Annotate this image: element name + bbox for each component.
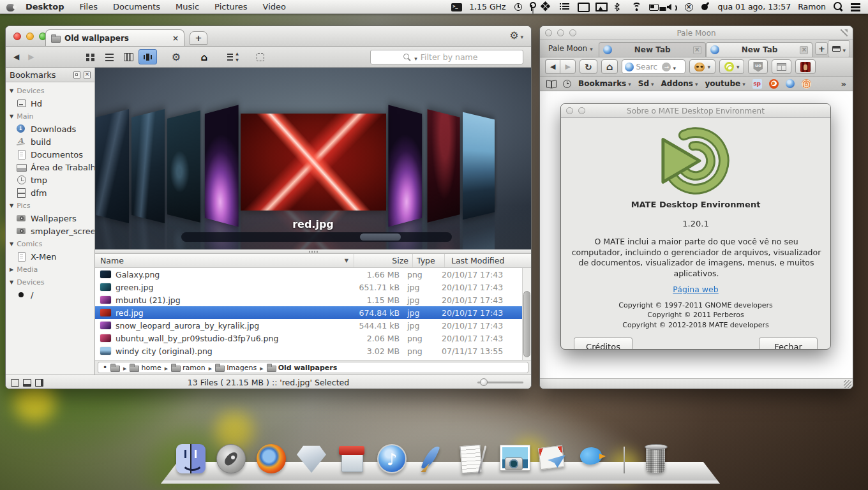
file-row-snow-leopard-aurora-by-kyralik-jpg[interactable]: snow_leopard_aurora_by_kyralik.jpg544.41… xyxy=(95,319,522,332)
chevron-down-icon[interactable] xyxy=(673,61,676,73)
sidebar-group-devices[interactable]: ▼Devices xyxy=(6,276,94,288)
column-header-size[interactable]: Size xyxy=(354,254,412,267)
sidebar-item-documentos[interactable]: Documentos xyxy=(6,148,94,161)
terminal-icon[interactable] xyxy=(451,3,462,11)
minimize-window-button[interactable] xyxy=(26,33,34,40)
close-window-button[interactable] xyxy=(13,33,21,40)
bookmark-menu-bookmarks[interactable]: Bookmarks xyxy=(578,79,631,88)
close-button[interactable]: Fechar xyxy=(759,338,818,350)
sidebar-detach-icon[interactable] xyxy=(73,71,80,78)
coverflow-view[interactable]: red.jpg xyxy=(95,68,531,249)
breadcrumb-item-imagens[interactable]: Imagens xyxy=(215,364,257,372)
resize-grip-icon[interactable] xyxy=(844,380,851,388)
sidebar-group-media[interactable]: ▶Media xyxy=(6,263,94,276)
dock-icon-mail[interactable] xyxy=(538,444,567,473)
sidebar-close-icon[interactable] xyxy=(84,71,91,78)
sidebar-item-build[interactable]: build xyxy=(6,135,94,148)
sort-button[interactable] xyxy=(223,49,241,64)
wifi-icon[interactable] xyxy=(631,2,642,11)
tab-close-icon[interactable] xyxy=(693,46,701,54)
close-circle-icon[interactable] xyxy=(685,3,693,11)
file-row-galaxy-png[interactable]: Galaxy.png1.66 MBpng20/10/17 17:43 xyxy=(95,268,522,281)
curtain-addon-button[interactable] xyxy=(795,59,816,74)
table-addon-button[interactable] xyxy=(772,59,791,74)
column-view-button[interactable] xyxy=(119,49,138,64)
file-row-green-jpg[interactable]: green.jpg651.71 kBjpg20/10/17 17:43 xyxy=(95,281,522,293)
column-header-name[interactable]: Name▼ xyxy=(95,254,354,267)
coverflow-view-button[interactable] xyxy=(138,49,157,64)
search-bar[interactable]: → xyxy=(622,59,685,74)
dock-icon-launchpad[interactable] xyxy=(216,444,246,473)
dock-icon-photos[interactable] xyxy=(498,444,527,473)
menu-video[interactable]: Video xyxy=(263,2,286,11)
key-icon[interactable] xyxy=(529,2,535,11)
sidebar-item-x-men[interactable]: X-Men xyxy=(6,250,94,263)
bluetooth-icon[interactable] xyxy=(613,2,624,11)
reload-button[interactable] xyxy=(580,59,597,74)
website-link[interactable]: Página web xyxy=(673,285,718,294)
dropbox-icon[interactable] xyxy=(542,2,553,11)
screen-icon[interactable] xyxy=(578,2,588,11)
sidebar-item-rea-de-trabalho[interactable]: Área de Trabalho xyxy=(6,161,94,174)
clipboard-button[interactable] xyxy=(251,49,269,64)
ublock-button[interactable]: uo xyxy=(748,59,768,74)
file-row-windy-city-original-png[interactable]: windy city (original).png3.02 MBpng07/11… xyxy=(95,345,522,357)
menu-icon[interactable] xyxy=(851,2,862,11)
sidebar-item-root[interactable]: / xyxy=(6,288,94,301)
toggle-sidebar-icon[interactable] xyxy=(11,379,19,387)
dock-icon-gem[interactable] xyxy=(297,444,326,473)
dock-icon-trash[interactable] xyxy=(641,444,670,473)
dock-icon-notes[interactable] xyxy=(458,444,487,473)
toggle-right-panel-icon[interactable] xyxy=(35,379,43,387)
dock-icon-firefox[interactable] xyxy=(257,444,286,473)
search-icon[interactable] xyxy=(833,2,844,11)
filter-input[interactable] xyxy=(421,52,491,62)
pm-titlebar[interactable]: Pale Moon xyxy=(540,26,853,40)
coverflow-scrollbar-thumb[interactable] xyxy=(360,234,401,241)
column-header-modified[interactable]: Last Modified xyxy=(444,254,531,267)
dock-icon-itunes[interactable] xyxy=(377,444,407,473)
coverflow-cover[interactable] xyxy=(96,109,129,223)
coverflow-cover[interactable] xyxy=(205,105,239,226)
foxyproxy-button[interactable] xyxy=(689,59,715,74)
home-button[interactable] xyxy=(601,59,618,74)
forward-button[interactable]: ▶ xyxy=(28,52,34,61)
locator-icon[interactable] xyxy=(700,2,711,11)
breadcrumb-item-home[interactable]: home xyxy=(130,364,161,372)
target-addon-button[interactable] xyxy=(719,59,745,74)
tab-close-icon[interactable] xyxy=(172,34,179,42)
history-clock-icon[interactable] xyxy=(563,80,571,88)
pane-resize-handle[interactable] xyxy=(95,249,531,254)
dialog-titlebar[interactable]: Sobre o MATE Desktop Environment xyxy=(561,104,830,118)
toggle-bottom-panel-icon[interactable] xyxy=(23,379,31,387)
fm-tab-old-wallpapers[interactable]: Old wallpapers xyxy=(45,29,184,46)
dock-icon-finder[interactable] xyxy=(176,444,206,473)
menu-music[interactable]: Music xyxy=(176,2,199,11)
sidebar-item-tmp[interactable]: tmp xyxy=(6,174,94,186)
list-all-tabs-button[interactable] xyxy=(828,40,850,57)
volume-icon[interactable] xyxy=(667,2,678,11)
coverflow-cover[interactable] xyxy=(428,109,460,223)
overflow-chevron-icon[interactable] xyxy=(841,79,846,89)
battery-icon[interactable] xyxy=(649,2,660,11)
bookmark-menu-youtube[interactable]: youtube xyxy=(705,79,745,88)
apple-menu-icon[interactable] xyxy=(6,2,15,12)
fm-titlebar[interactable]: Old wallpapers xyxy=(6,26,531,47)
tasks-icon[interactable] xyxy=(560,2,571,11)
menu-pictures[interactable]: Pictures xyxy=(214,2,247,11)
menu-desktop[interactable]: Desktop xyxy=(26,2,64,11)
sidebar-item-dfm[interactable]: dfm xyxy=(6,186,94,199)
swirl-bookmark-icon[interactable] xyxy=(802,79,811,89)
coverflow-scrollbar[interactable] xyxy=(181,232,452,242)
browser-tab-2-active[interactable]: New Tab xyxy=(706,42,813,57)
forward-button[interactable]: ▶ xyxy=(560,59,575,74)
history-icon[interactable] xyxy=(514,3,522,11)
breadcrumb-item-root[interactable] xyxy=(110,364,120,371)
home-button[interactable] xyxy=(195,49,213,64)
coverflow-cover[interactable] xyxy=(463,112,495,220)
bookmark-menu-sd[interactable]: Sd xyxy=(638,79,654,88)
sidebar-group-main[interactable]: ▼Main xyxy=(6,110,94,122)
file-list-scrollbar[interactable] xyxy=(522,268,531,360)
sidebar-item-hd[interactable]: Hd xyxy=(6,97,94,110)
list-view-button[interactable] xyxy=(100,49,119,64)
